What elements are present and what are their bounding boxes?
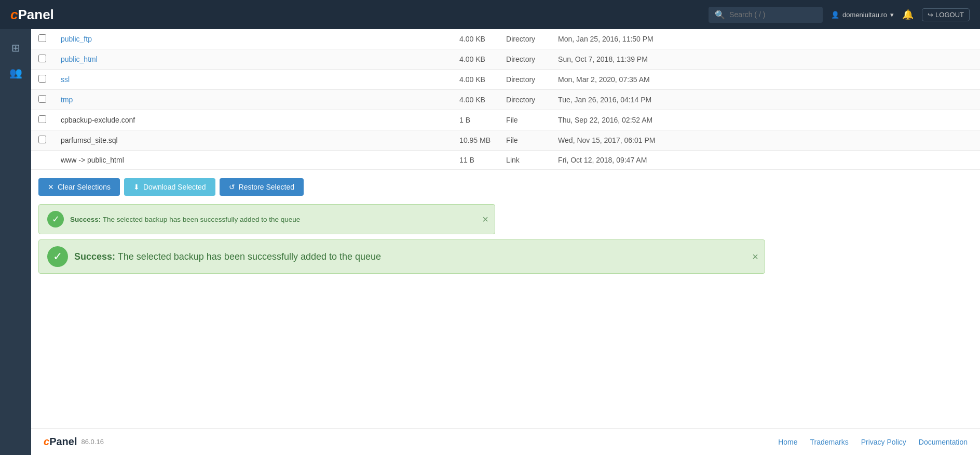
row-checkbox[interactable] — [38, 115, 46, 123]
row-name-cell: parfumsd_site.sql — [53, 130, 452, 151]
file-table-wrapper[interactable]: public_ftp4.00 KBDirectoryMon, Jan 25, 2… — [31, 29, 980, 170]
row-size: 4.00 KB — [452, 49, 499, 70]
success-icon-small: ✓ — [47, 211, 64, 228]
footer-links: Home Trademarks Privacy Policy Documenta… — [778, 438, 968, 446]
row-checkbox-cell — [31, 90, 53, 110]
row-type: Directory — [499, 70, 551, 90]
top-navigation: cPanel 🔍 👤 domeniultau.ro ▾ 🔔 ↪ LOGOUT — [0, 0, 980, 29]
row-checkbox[interactable] — [38, 55, 46, 62]
user-menu[interactable]: 👤 domeniultau.ro ▾ — [831, 11, 894, 19]
search-icon: 🔍 — [715, 10, 725, 20]
row-size: 10.95 MB — [452, 130, 499, 151]
logout-button[interactable]: ↪ LOGOUT — [922, 8, 970, 21]
grid-icon: ⊞ — [11, 42, 20, 54]
footer-logo-panel: Panel — [49, 436, 77, 447]
search-box[interactable]: 🔍 — [709, 7, 823, 23]
table-row: tmp4.00 KBDirectoryTue, Jan 26, 2016, 04… — [31, 90, 980, 110]
row-size: 1 B — [452, 110, 499, 130]
alert-close-large[interactable]: × — [752, 251, 758, 262]
users-icon: 👥 — [9, 66, 22, 79]
success-alert-large: ✓ Success: The selected backup has been … — [38, 239, 765, 274]
dropdown-arrow-icon: ▾ — [890, 11, 894, 19]
alert-message-large: The selected backup has been successfull… — [115, 251, 381, 262]
alert-prefix-small: Success: — [70, 216, 101, 223]
alert-close-small[interactable]: × — [482, 214, 488, 224]
row-checkbox[interactable] — [38, 75, 46, 83]
footer-link-trademarks[interactable]: Trademarks — [810, 438, 849, 446]
row-name-cell: public_html — [53, 49, 452, 70]
row-name-cell: cpbackup-exclude.conf — [53, 110, 452, 130]
sidebar-item-apps[interactable]: ⊞ — [5, 37, 26, 58]
row-checkbox-cell — [31, 70, 53, 90]
username-label: domeniultau.ro — [842, 11, 887, 19]
times-icon: ✕ — [48, 183, 54, 191]
cpanel-logo: cPanel — [10, 7, 54, 23]
alert-prefix-large: Success: — [74, 251, 115, 262]
footer-version: 86.0.16 — [81, 438, 103, 446]
row-size: 11 B — [452, 151, 499, 170]
row-name-cell: tmp — [53, 90, 452, 110]
footer-link-privacy[interactable]: Privacy Policy — [861, 438, 906, 446]
download-selected-label: Download Selected — [143, 183, 206, 191]
clear-selections-button[interactable]: ✕ Clear Selections — [38, 178, 120, 196]
row-checkbox-cell — [31, 151, 53, 170]
footer-cpanel-logo: cPanel — [44, 436, 77, 448]
row-date: Mon, Jan 25, 2016, 11:50 PM — [551, 29, 980, 49]
table-row: public_html4.00 KBDirectorySun, Oct 7, 2… — [31, 49, 980, 70]
sidebar-item-users[interactable]: 👥 — [5, 62, 26, 83]
app-body: ⊞ 👥 public_ftp4.00 KBDirectoryMon, Jan 2… — [0, 29, 980, 455]
row-name-link[interactable]: public_html — [61, 55, 98, 63]
alerts-section: ✓ Success: The selected backup has been … — [31, 204, 980, 282]
row-date: Mon, Mar 2, 2020, 07:35 AM — [551, 70, 980, 90]
row-type: Directory — [499, 90, 551, 110]
user-icon: 👤 — [831, 11, 839, 19]
row-type: Directory — [499, 49, 551, 70]
row-name-cell: public_ftp — [53, 29, 452, 49]
row-date: Thu, Sep 22, 2016, 02:52 AM — [551, 110, 980, 130]
download-icon: ⬇ — [133, 183, 140, 191]
alert-text-large: Success: The selected backup has been su… — [74, 251, 756, 262]
row-date: Fri, Oct 12, 2018, 09:47 AM — [551, 151, 980, 170]
row-checkbox[interactable] — [38, 95, 46, 103]
row-name-cell: ssl — [53, 70, 452, 90]
footer-logo-c: c — [44, 436, 49, 447]
file-table: public_ftp4.00 KBDirectoryMon, Jan 25, 2… — [31, 29, 980, 170]
restore-selected-button[interactable]: ↺ Restore Selected — [220, 178, 304, 196]
row-date: Sun, Oct 7, 2018, 11:39 PM — [551, 49, 980, 70]
footer-link-home[interactable]: Home — [778, 438, 797, 446]
row-checkbox[interactable] — [38, 136, 46, 143]
table-row: cpbackup-exclude.conf1 BFileThu, Sep 22,… — [31, 110, 980, 130]
row-date: Wed, Nov 15, 2017, 06:01 PM — [551, 130, 980, 151]
footer: cPanel 86.0.16 Home Trademarks Privacy P… — [31, 428, 980, 455]
row-name-link[interactable]: public_ftp — [61, 35, 92, 43]
row-checkbox[interactable] — [38, 34, 46, 42]
row-type: File — [499, 110, 551, 130]
table-row: www -> public_html11 BLinkFri, Oct 12, 2… — [31, 151, 980, 170]
success-alert-small: ✓ Success: The selected backup has been … — [38, 204, 495, 234]
row-type: File — [499, 130, 551, 151]
row-name-cell: www -> public_html — [53, 151, 452, 170]
row-size: 4.00 KB — [452, 90, 499, 110]
success-icon-large: ✓ — [47, 246, 68, 267]
footer-link-documentation[interactable]: Documentation — [919, 438, 968, 446]
row-checkbox-cell — [31, 29, 53, 49]
row-checkbox-cell — [31, 49, 53, 70]
notifications-bell[interactable]: 🔔 — [902, 9, 914, 20]
row-checkbox-cell — [31, 110, 53, 130]
row-type: Directory — [499, 29, 551, 49]
row-size: 4.00 KB — [452, 70, 499, 90]
table-row: public_ftp4.00 KBDirectoryMon, Jan 25, 2… — [31, 29, 980, 49]
search-input[interactable] — [729, 10, 812, 19]
table-row: parfumsd_site.sql10.95 MBFileWed, Nov 15… — [31, 130, 980, 151]
main-content: public_ftp4.00 KBDirectoryMon, Jan 25, 2… — [31, 29, 980, 455]
logout-icon: ↪ — [928, 11, 933, 19]
footer-logo-area: cPanel 86.0.16 — [44, 436, 104, 448]
clear-selections-label: Clear Selections — [58, 183, 111, 191]
row-type: Link — [499, 151, 551, 170]
row-name-link[interactable]: tmp — [61, 96, 73, 104]
row-name-link[interactable]: ssl — [61, 75, 70, 84]
sidebar: ⊞ 👥 — [0, 29, 31, 455]
table-row: ssl4.00 KBDirectoryMon, Mar 2, 2020, 07:… — [31, 70, 980, 90]
download-selected-button[interactable]: ⬇ Download Selected — [124, 178, 215, 196]
restore-icon: ↺ — [229, 183, 235, 191]
